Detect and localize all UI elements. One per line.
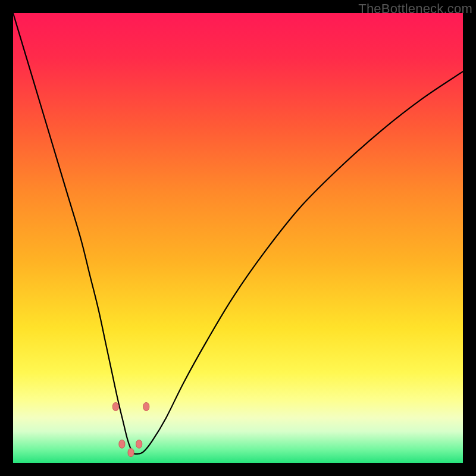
watermark-text: TheBottleneck.com [358, 1, 472, 17]
curve-marker [128, 449, 134, 457]
curve-marker [119, 440, 125, 448]
curve-marker [112, 403, 118, 411]
bottleneck-chart [13, 13, 463, 463]
chart-frame [13, 13, 463, 463]
curve-marker [143, 403, 149, 411]
curve-marker [136, 440, 142, 448]
